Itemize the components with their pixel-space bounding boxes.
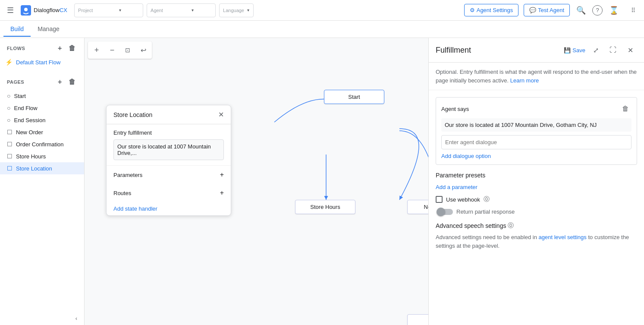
fulfillment-panel: Fulfillment 💾 Save ⤢ ⛶ ✕ Optional. Entry… <box>428 38 644 325</box>
use-webhook-checkbox[interactable] <box>436 196 443 203</box>
agent-says-text: Our store is located at 1007 Mountain Dr… <box>441 118 631 132</box>
language-dropdown-arrow: ▾ <box>247 8 250 13</box>
page-circle-icon: ○ <box>7 92 10 99</box>
zoom-out-button[interactable]: − <box>105 43 119 57</box>
fulfillment-title: Fulfillment <box>436 46 471 55</box>
sidebar-item-store-location[interactable]: ☐ Store Location <box>0 162 84 174</box>
fulfillment-header: Fulfillment 💾 Save ⤢ ⛶ ✕ <box>429 38 644 63</box>
tab-manage[interactable]: Manage <box>31 22 66 37</box>
sidebar-item-default-flow[interactable]: ⚡ Default Start Flow <box>0 56 84 68</box>
pages-actions: + 🗑 <box>55 77 77 87</box>
save-button[interactable]: 💾 Save <box>564 47 585 54</box>
test-agent-button[interactable]: 💬 Test Agent <box>524 4 570 16</box>
add-dialogue-link[interactable]: Add dialogue option <box>441 153 491 159</box>
parameter-presets-title: Parameter presets <box>436 172 637 179</box>
add-parameter-link[interactable]: Add a parameter <box>436 184 478 190</box>
agent-says-box: Agent says 🗑 Our store is located at 100… <box>436 97 637 165</box>
fullscreen-button[interactable]: ⛶ <box>606 43 620 57</box>
zoom-in-button[interactable]: + <box>90 43 104 57</box>
learn-more-link[interactable]: Learn more <box>510 77 539 84</box>
header-actions: ⚙ Agent Settings 💬 Test Agent 🔍 ? ⌛ ⠿ <box>464 3 641 18</box>
language-dropdown[interactable]: Language ▾ <box>219 3 254 17</box>
page-circle-icon-2: ○ <box>7 104 10 111</box>
canvas-area: + − ⊡ ↩ <box>85 38 428 325</box>
main-layout: FLOWS + 🗑 ⚡ Default Start Flow PAGES + 🗑… <box>0 38 644 325</box>
app-logo: DialogflowCX <box>21 5 67 16</box>
page-circle-icon-3: ○ <box>7 117 10 123</box>
flows-section-header: FLOWS + 🗑 <box>0 38 84 56</box>
apps-grid-icon[interactable]: ⠿ <box>625 3 641 18</box>
parameters-row: Parameters + <box>107 166 231 184</box>
agent-says-header: Agent says 🗑 <box>441 103 631 115</box>
save-icon: 💾 <box>564 47 571 54</box>
sidebar-item-end-session[interactable]: ○ End Session <box>0 114 84 126</box>
sidebar: FLOWS + 🗑 ⚡ Default Start Flow PAGES + 🗑… <box>0 38 85 325</box>
entry-fulfillment-text[interactable]: Our store is located at 1007 Mountain Dr… <box>113 139 224 160</box>
node-new-order[interactable]: New Order <box>407 200 428 214</box>
add-page-button[interactable]: + <box>55 77 65 87</box>
store-location-title: Store Location <box>113 111 152 118</box>
delete-page-button[interactable]: 🗑 <box>67 77 77 87</box>
hourglass-icon: ⌛ <box>606 3 622 18</box>
node-store-hours[interactable]: Store Hours <box>295 200 355 214</box>
fit-screen-button[interactable]: ⊡ <box>121 43 135 57</box>
routes-row: Routes + <box>107 184 231 202</box>
close-panel-button[interactable]: ✕ <box>623 43 637 57</box>
fulfillment-description: Optional. Entry fulfillment is what the … <box>429 63 644 90</box>
store-location-header: Store Location ✕ <box>107 105 231 124</box>
add-route-button[interactable]: + <box>220 189 224 197</box>
entry-fulfillment-section: Entry fulfillment Our store is located a… <box>107 124 231 166</box>
svg-point-1 <box>24 8 28 11</box>
add-flow-button[interactable]: + <box>55 43 65 54</box>
delete-flow-button[interactable]: 🗑 <box>67 43 77 54</box>
add-parameter-button[interactable]: + <box>220 171 224 179</box>
sidebar-item-order-confirmation[interactable]: ☐ Order Confirmation <box>0 138 84 150</box>
sidebar-item-new-order[interactable]: ☐ New Order <box>0 126 84 138</box>
advanced-speech-section: Advanced speech settings ⓪ Advanced sett… <box>436 222 637 250</box>
delete-agent-says-button[interactable]: 🗑 <box>619 103 631 115</box>
project-dropdown[interactable]: Project ▾ <box>74 3 143 17</box>
search-button[interactable]: 🔍 <box>573 3 589 18</box>
help-button[interactable]: ? <box>592 5 603 16</box>
agent-settings-button[interactable]: ⚙ Agent Settings <box>464 4 519 16</box>
tab-build[interactable]: Build <box>3 22 31 37</box>
webhook-help-icon[interactable]: ⓪ <box>484 196 490 203</box>
canvas-toolbar: + − ⊡ ↩ <box>88 41 152 59</box>
close-button[interactable]: ✕ <box>218 110 224 119</box>
menu-icon[interactable]: ☰ <box>3 2 17 19</box>
store-location-card: Store Location ✕ Entry fulfillment Our s… <box>106 105 231 216</box>
advanced-speech-description: Advanced settings need to be enabled in … <box>436 233 637 250</box>
sidebar-collapse-button[interactable]: ‹ <box>0 312 84 325</box>
page-doc-icon-2: ☐ <box>7 141 13 148</box>
return-partial-toggle[interactable] <box>437 209 453 215</box>
webhook-row: Use webhook ⓪ <box>436 196 637 203</box>
page-doc-icon-3: ☐ <box>7 153 13 160</box>
expand-button[interactable]: ⤢ <box>589 43 603 57</box>
dialogflow-logo-icon <box>21 5 31 16</box>
sidebar-item-end-flow[interactable]: ○ End Flow <box>0 102 84 114</box>
tab-bar: Build Manage <box>0 21 644 38</box>
project-dropdown-arrow: ▾ <box>119 8 139 13</box>
agent-dialogue-input[interactable] <box>441 135 631 149</box>
app-name: DialogflowCX <box>34 7 67 13</box>
page-doc-icon: ☐ <box>7 129 13 136</box>
topbar: ☰ DialogflowCX Project ▾ Agent ▾ Languag… <box>0 0 644 21</box>
return-partial-row: Return partial response <box>436 208 637 215</box>
sidebar-item-start[interactable]: ○ Start <box>0 90 84 102</box>
add-state-handler-link[interactable]: Add state handler <box>107 202 231 215</box>
flow-icon: ⚡ <box>5 59 13 66</box>
node-start[interactable]: Start <box>324 90 384 104</box>
collapse-arrow-icon: ‹ <box>75 315 77 322</box>
advanced-help-icon[interactable]: ⓪ <box>508 222 514 230</box>
pages-section-header: PAGES + 🗑 <box>0 72 84 90</box>
fulfillment-actions: 💾 Save ⤢ ⛶ ✕ <box>564 43 637 57</box>
sidebar-item-store-hours[interactable]: ☐ Store Hours <box>0 150 84 162</box>
flows-actions: + 🗑 <box>55 43 77 54</box>
chat-icon: 💬 <box>529 7 536 13</box>
agent-dropdown-arrow: ▾ <box>192 8 212 13</box>
node-order-confirmation[interactable]: Order Confirmation <box>407 314 428 325</box>
undo-button[interactable]: ↩ <box>136 43 150 57</box>
page-doc-icon-4: ☐ <box>7 165 13 172</box>
agent-dropdown[interactable]: Agent ▾ <box>147 3 216 17</box>
agent-level-settings-link[interactable]: agent level settings <box>539 234 587 240</box>
